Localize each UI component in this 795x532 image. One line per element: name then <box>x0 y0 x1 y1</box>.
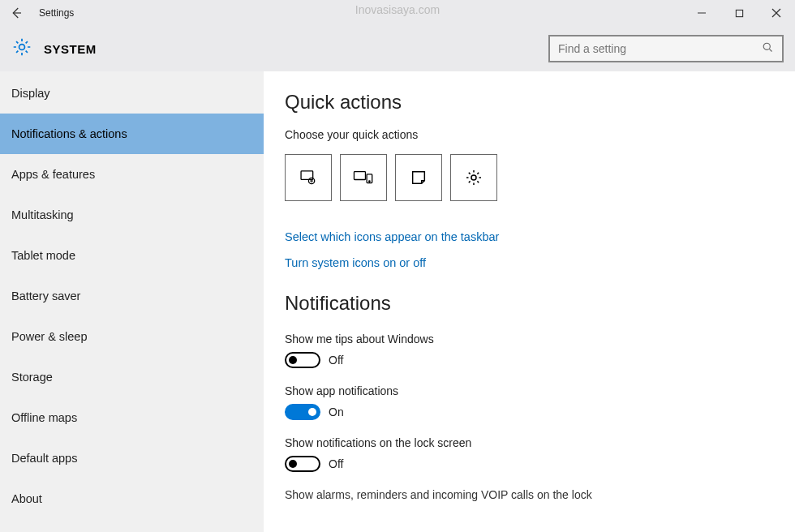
sidebar-item-label: About <box>11 492 42 505</box>
toggle-label: Show me tips about Windows <box>285 332 774 345</box>
close-button[interactable] <box>758 0 795 26</box>
sidebar-item-default-apps[interactable]: Default apps <box>0 438 264 478</box>
toggle-row: Show notifications on the lock screenOff <box>285 436 774 472</box>
gear-icon <box>11 36 32 61</box>
svg-line-6 <box>769 49 771 51</box>
sidebar-item-label: Offline maps <box>11 411 77 424</box>
cutoff-toggle-label: Show alarms, reminders and incoming VOIP… <box>285 488 774 501</box>
content-panel: Quick actions Choose your quick actions <box>264 71 795 532</box>
sidebar: DisplayNotifications & actionsApps & fea… <box>0 71 264 532</box>
toggle-label: Show notifications on the lock screen <box>285 436 774 449</box>
toggle-switch[interactable] <box>285 352 320 368</box>
connect-icon <box>352 168 375 187</box>
watermark-text: Inovasisaya.com <box>355 3 440 16</box>
quick-actions-title: Quick actions <box>285 91 774 114</box>
header-left: SYSTEM <box>11 36 97 61</box>
sidebar-item-notifications-actions[interactable]: Notifications & actions <box>0 114 264 154</box>
toggle-switch[interactable] <box>285 456 320 472</box>
sidebar-item-apps-features[interactable]: Apps & features <box>0 154 264 195</box>
link-system-icons[interactable]: Turn system icons on or off <box>285 256 774 269</box>
toggle-group: Off <box>285 456 774 472</box>
svg-point-12 <box>471 175 476 180</box>
sidebar-item-label: Power & sleep <box>11 330 88 343</box>
svg-point-4 <box>19 45 25 50</box>
quick-tile-tablet-mode[interactable] <box>285 154 332 201</box>
toggle-switch[interactable] <box>285 404 320 420</box>
toggle-label: Show app notifications <box>285 384 774 397</box>
sidebar-item-label: Notifications & actions <box>11 127 127 140</box>
window-controls <box>683 0 795 26</box>
quick-tile-note[interactable] <box>395 154 442 201</box>
settings-gear-icon <box>464 168 483 187</box>
toggle-state-text: On <box>329 405 344 418</box>
sidebar-item-label: Default apps <box>11 452 77 465</box>
link-taskbar-icons[interactable]: Select which icons appear on the taskbar <box>285 230 774 243</box>
search-input[interactable] <box>558 42 762 55</box>
quick-tile-connect[interactable] <box>340 154 387 201</box>
sidebar-item-display[interactable]: Display <box>0 73 264 114</box>
svg-point-5 <box>763 43 770 49</box>
maximize-button[interactable] <box>720 0 758 26</box>
toggle-group: On <box>285 404 774 420</box>
sidebar-item-about[interactable]: About <box>0 478 264 519</box>
sidebar-item-label: Apps & features <box>11 168 95 181</box>
quick-tile-settings[interactable] <box>450 154 497 201</box>
titlebar: Settings Inovasisaya.com <box>0 0 795 26</box>
sidebar-item-label: Tablet mode <box>11 249 75 262</box>
svg-point-11 <box>369 181 370 182</box>
sidebar-item-label: Storage <box>11 371 53 384</box>
toggle-state-text: Off <box>329 457 343 470</box>
window-title: Settings <box>39 7 74 19</box>
quick-action-tiles <box>285 154 774 201</box>
svg-rect-9 <box>354 172 365 180</box>
back-button[interactable] <box>0 6 32 20</box>
quick-actions-sub: Choose your quick actions <box>285 128 774 141</box>
sidebar-item-storage[interactable]: Storage <box>0 357 264 397</box>
sidebar-item-label: Display <box>11 87 50 100</box>
sidebar-item-tablet-mode[interactable]: Tablet mode <box>0 235 264 276</box>
toggle-group: Off <box>285 352 774 368</box>
arrow-left-icon <box>9 6 24 20</box>
tablet-mode-icon <box>298 167 319 188</box>
search-box[interactable] <box>548 35 784 62</box>
svg-rect-1 <box>736 10 742 16</box>
sidebar-item-label: Battery saver <box>11 290 80 302</box>
notifications-title: Notifications <box>285 292 774 315</box>
note-icon <box>410 169 428 187</box>
toggle-state-text: Off <box>329 354 343 367</box>
search-icon <box>762 41 774 56</box>
sidebar-item-offline-maps[interactable]: Offline maps <box>0 397 264 438</box>
toggle-row: Show app notificationsOn <box>285 384 774 420</box>
sidebar-item-label: Multitasking <box>11 208 74 221</box>
minimize-button[interactable] <box>683 0 720 26</box>
toggle-row: Show me tips about WindowsOff <box>285 332 774 368</box>
page-title: SYSTEM <box>44 42 97 56</box>
body: DisplayNotifications & actionsApps & fea… <box>0 71 795 532</box>
sidebar-item-battery-saver[interactable]: Battery saver <box>0 276 264 316</box>
header: SYSTEM <box>0 26 795 71</box>
sidebar-item-multitasking[interactable]: Multitasking <box>0 195 264 235</box>
sidebar-item-power-sleep[interactable]: Power & sleep <box>0 316 264 357</box>
